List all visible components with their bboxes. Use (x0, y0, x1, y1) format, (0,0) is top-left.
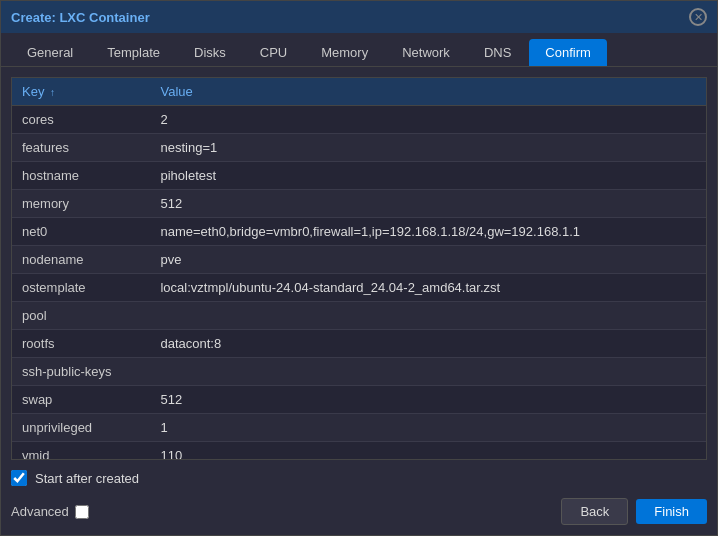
tab-general[interactable]: General (11, 39, 89, 66)
config-table: Key ↑ Value cores2featuresnesting=1hostn… (12, 78, 706, 460)
start-after-created-checkbox[interactable] (11, 470, 27, 486)
table-row: hostnamepiholetest (12, 162, 706, 190)
table-cell-key: net0 (12, 218, 150, 246)
main-window: Create: LXC Container ✕ GeneralTemplateD… (0, 0, 718, 536)
table-row: swap512 (12, 386, 706, 414)
start-after-created-label: Start after created (35, 471, 139, 486)
table-cell-value: nesting=1 (150, 134, 706, 162)
table-row: nodenamepve (12, 246, 706, 274)
table-cell-value: local:vztmpl/ubuntu-24.04-standard_24.04… (150, 274, 706, 302)
table-body: cores2featuresnesting=1hostnamepiholetes… (12, 106, 706, 461)
table-row: rootfsdatacont:8 (12, 330, 706, 358)
table-cell-value: 512 (150, 386, 706, 414)
col-header-key[interactable]: Key ↑ (12, 78, 150, 106)
table-cell-key: pool (12, 302, 150, 330)
table-cell-key: vmid (12, 442, 150, 461)
footer-actions: Advanced Back Finish (11, 492, 707, 525)
window-title: Create: LXC Container (11, 10, 150, 25)
table-cell-key: ostemplate (12, 274, 150, 302)
table-cell-key: ssh-public-keys (12, 358, 150, 386)
table-cell-key: rootfs (12, 330, 150, 358)
back-button[interactable]: Back (561, 498, 628, 525)
table-cell-key: cores (12, 106, 150, 134)
table-row: unprivileged1 (12, 414, 706, 442)
advanced-checkbox[interactable] (75, 505, 89, 519)
table-row: featuresnesting=1 (12, 134, 706, 162)
advanced-label: Advanced (11, 504, 69, 519)
start-after-created-row: Start after created (11, 460, 707, 492)
table-row: vmid110 (12, 442, 706, 461)
table-row: pool (12, 302, 706, 330)
close-button[interactable]: ✕ (689, 8, 707, 26)
col-header-value: Value (150, 78, 706, 106)
tab-disks[interactable]: Disks (178, 39, 242, 66)
table-row: cores2 (12, 106, 706, 134)
table-row: memory512 (12, 190, 706, 218)
table-row: net0name=eth0,bridge=vmbr0,firewall=1,ip… (12, 218, 706, 246)
table-row: ostemplatelocal:vztmpl/ubuntu-24.04-stan… (12, 274, 706, 302)
table-cell-value: name=eth0,bridge=vmbr0,firewall=1,ip=192… (150, 218, 706, 246)
table-cell-key: features (12, 134, 150, 162)
table-row: ssh-public-keys (12, 358, 706, 386)
tab-dns[interactable]: DNS (468, 39, 527, 66)
titlebar: Create: LXC Container ✕ (1, 1, 717, 33)
tab-bar: GeneralTemplateDisksCPUMemoryNetworkDNSC… (1, 33, 717, 67)
tab-cpu[interactable]: CPU (244, 39, 303, 66)
tab-memory[interactable]: Memory (305, 39, 384, 66)
finish-button[interactable]: Finish (636, 499, 707, 524)
table-cell-value (150, 302, 706, 330)
tab-confirm[interactable]: Confirm (529, 39, 607, 66)
tab-template[interactable]: Template (91, 39, 176, 66)
table-cell-key: unprivileged (12, 414, 150, 442)
table-cell-value: 1 (150, 414, 706, 442)
table-cell-key: nodename (12, 246, 150, 274)
tab-network[interactable]: Network (386, 39, 466, 66)
config-table-container: Key ↑ Value cores2featuresnesting=1hostn… (11, 77, 707, 460)
advanced-wrap: Advanced (11, 504, 89, 519)
sort-arrow-icon: ↑ (50, 87, 55, 98)
table-cell-key: swap (12, 386, 150, 414)
main-content: Key ↑ Value cores2featuresnesting=1hostn… (1, 67, 717, 535)
table-cell-value: piholetest (150, 162, 706, 190)
table-cell-key: memory (12, 190, 150, 218)
table-cell-value: 512 (150, 190, 706, 218)
table-cell-value: 110 (150, 442, 706, 461)
table-cell-key: hostname (12, 162, 150, 190)
table-cell-value: datacont:8 (150, 330, 706, 358)
table-cell-value: 2 (150, 106, 706, 134)
table-cell-value (150, 358, 706, 386)
table-cell-value: pve (150, 246, 706, 274)
